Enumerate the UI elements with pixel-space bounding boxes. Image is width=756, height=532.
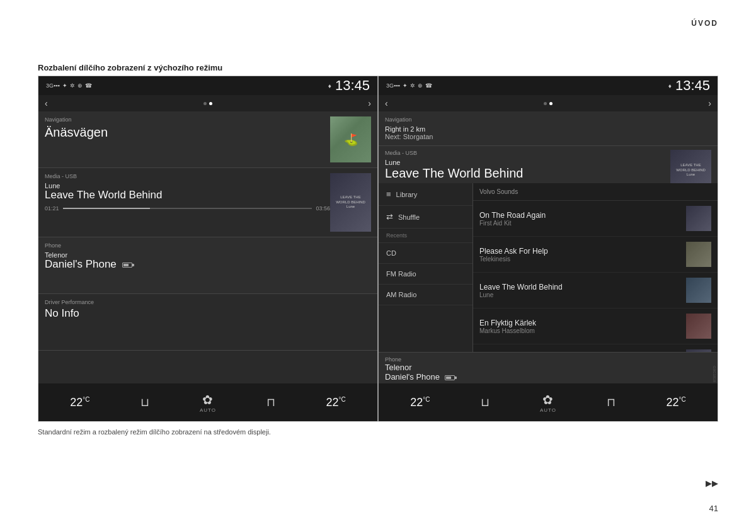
r-dot-2 bbox=[549, 102, 553, 105]
back-chevron-left[interactable]: ‹ bbox=[45, 98, 48, 108]
shuffle-item[interactable]: ⇄ Shuffle bbox=[379, 206, 472, 229]
song-entry-2[interactable]: Leave The World Behind Lune bbox=[473, 273, 718, 308]
left-status-bar: 3G▪▪▪ ✦ ✲ ⊕ ☎ ♦ 13:45 bbox=[38, 76, 377, 95]
left-driver-section: Driver Performance No Info bbox=[38, 294, 377, 351]
driver-label-left: Driver Performance bbox=[45, 299, 94, 305]
forward-arrows: ▶▶ bbox=[706, 478, 718, 488]
fm-radio-item[interactable]: FM Radio bbox=[379, 264, 472, 285]
fwd-chevron-right[interactable]: › bbox=[708, 98, 711, 108]
phone-device-right: Telenor Daniel's Phone bbox=[385, 363, 711, 382]
map-icon-left: ⛳ bbox=[344, 133, 358, 147]
bt-icon-right: ✲ bbox=[410, 82, 415, 89]
cd-label: CD bbox=[386, 249, 396, 257]
song-info-2: Leave The World Behind Lune bbox=[479, 283, 686, 298]
song-title-1: Please Ask For Help bbox=[479, 247, 686, 256]
song-artist-3: Markus Hasselblom bbox=[479, 327, 686, 334]
auto-label-left: AUTO bbox=[200, 407, 216, 413]
song-entry-3[interactable]: En Flyktig Kärlek Markus Hasselblom bbox=[473, 308, 718, 344]
song-thumb-3 bbox=[686, 314, 711, 339]
auto-label-right: AUTO bbox=[540, 407, 556, 413]
song-info-1: Please Ask For Help Telekinesis bbox=[479, 247, 686, 263]
temp-left-right: 22°C bbox=[410, 396, 430, 409]
battery-icon-right bbox=[445, 375, 455, 380]
am-radio-item[interactable]: AM Radio bbox=[379, 285, 472, 305]
volume-icon-left: ♦ bbox=[328, 82, 331, 89]
song-title-3: En Flyktig Kärlek bbox=[479, 319, 686, 327]
nav-info-right: Right in 2 km Next: Storgatan bbox=[385, 125, 711, 140]
signal-icon: 3G▪▪▪ bbox=[46, 82, 60, 89]
fwd-chevron-left[interactable]: › bbox=[368, 98, 371, 108]
recents-section-label: Recents bbox=[379, 229, 472, 243]
left-screen: 3G▪▪▪ ✦ ✲ ⊕ ☎ ♦ 13:45 ‹ › Navigation bbox=[38, 76, 379, 421]
right-time: 13:45 bbox=[675, 77, 710, 94]
wifi-icon-right: ✦ bbox=[403, 82, 408, 89]
fan-icon-left: ✿ bbox=[202, 392, 213, 407]
nav-icon: ⊕ bbox=[77, 82, 83, 89]
dot-2 bbox=[209, 102, 212, 105]
song-thumb-0 bbox=[686, 206, 711, 231]
media-title-right: Leave The World Behind bbox=[385, 166, 664, 181]
album-text-right: LEAVE THEWORLD BEHINDLune bbox=[675, 162, 707, 179]
nav-icon-right: ⊕ bbox=[418, 82, 423, 89]
media-artist-right: Lune bbox=[385, 159, 664, 166]
temp-left-left: 22°C bbox=[70, 396, 89, 409]
signal-icon-right: 3G▪▪▪ bbox=[386, 82, 400, 89]
song-artist-1: Telekinesis bbox=[479, 256, 686, 263]
dot-1 bbox=[203, 102, 207, 105]
right-nav-bar: ‹ › bbox=[379, 95, 718, 111]
fan-section-left: ✿ AUTO bbox=[200, 392, 216, 413]
nav-dots-right bbox=[544, 102, 553, 105]
phone-label-left: Phone bbox=[45, 242, 132, 249]
volume-icon-right: ♦ bbox=[668, 82, 672, 89]
library-label: Library bbox=[396, 191, 418, 198]
phone-device-left: Daniel's Phone bbox=[45, 259, 132, 271]
media-info-left: Media - USB Lune Leave The World Behind … bbox=[45, 173, 330, 232]
library-item[interactable]: ≡ Library bbox=[379, 183, 472, 206]
song-artist-0: First Aid Kit bbox=[479, 220, 686, 227]
song-thumb-1 bbox=[686, 242, 711, 267]
nav-label-right: Navigation bbox=[385, 116, 711, 123]
nav-dir-right: Right in 2 km Next: Storgatan bbox=[385, 125, 433, 140]
song-entry-1[interactable]: Please Ask For Help Telekinesis bbox=[473, 237, 718, 273]
time-total-left: 03:56 bbox=[316, 205, 330, 212]
time-current-left: 01:21 bbox=[45, 205, 59, 212]
section-title: Rozbalení dílčího zobrazení z výchozího … bbox=[38, 63, 222, 72]
shuffle-label: Shuffle bbox=[398, 213, 420, 221]
progress-track-left bbox=[63, 208, 312, 209]
nav-label-left: Navigation bbox=[45, 116, 108, 123]
caption: Standardní režim a rozbalený režim dílčí… bbox=[38, 428, 271, 436]
seat-icon-right-left: ⊓ bbox=[266, 395, 275, 409]
seat-icon-left-right: ⊔ bbox=[481, 395, 490, 409]
phone-icon-right: ☎ bbox=[425, 82, 432, 89]
right-status-icons: 3G▪▪▪ ✦ ✲ ⊕ ☎ bbox=[386, 82, 432, 89]
song-info-0: On The Road Again First Aid Kit bbox=[479, 211, 686, 227]
driver-info-left: Driver Performance No Info bbox=[45, 299, 94, 345]
song-title-0: On The Road Again bbox=[479, 211, 686, 220]
media-label-right: Media - USB bbox=[385, 150, 664, 156]
page-number: 41 bbox=[709, 504, 718, 513]
driver-info-text-left: No Info bbox=[45, 308, 94, 320]
left-bottom-bar: 22°C ⊔ ✿ AUTO ⊓ 22°C bbox=[38, 383, 377, 421]
album-thumbnail-left: LEAVE THEWORLD BEHINDLune bbox=[330, 173, 371, 232]
song-thumb-2 bbox=[686, 278, 711, 303]
temp-right-left: 22°C bbox=[326, 396, 346, 409]
right-phone-section: Phone Telenor Daniel's Phone bbox=[379, 352, 718, 383]
map-thumbnail-left: ⛳ bbox=[330, 116, 371, 162]
phone-label-right: Phone bbox=[385, 356, 711, 363]
song-entry-0[interactable]: On The Road Again First Aid Kit bbox=[473, 201, 718, 237]
watermark: G0G1818 bbox=[713, 366, 716, 382]
cd-item[interactable]: CD bbox=[379, 243, 472, 264]
song-info-3: En Flyktig Kärlek Markus Hasselblom bbox=[479, 319, 686, 334]
back-chevron-right[interactable]: ‹ bbox=[385, 98, 388, 108]
left-nav-section: Navigation Änäsvägen ⛳ bbox=[38, 111, 377, 168]
left-time: 13:45 bbox=[335, 77, 370, 94]
phone-info-left: Phone Telenor Daniel's Phone bbox=[45, 242, 132, 288]
progress-fill-left bbox=[63, 208, 151, 209]
left-status-icons: 3G▪▪▪ ✦ ✲ ⊕ ☎ bbox=[46, 82, 92, 89]
song-title-2: Leave The World Behind bbox=[479, 283, 686, 291]
media-title-left: Leave The World Behind bbox=[45, 190, 330, 201]
am-label: AM Radio bbox=[386, 291, 416, 298]
shuffle-icon: ⇄ bbox=[386, 212, 393, 222]
temp-right-right: 22°C bbox=[667, 396, 686, 409]
left-phone-section: Phone Telenor Daniel's Phone bbox=[38, 237, 377, 294]
